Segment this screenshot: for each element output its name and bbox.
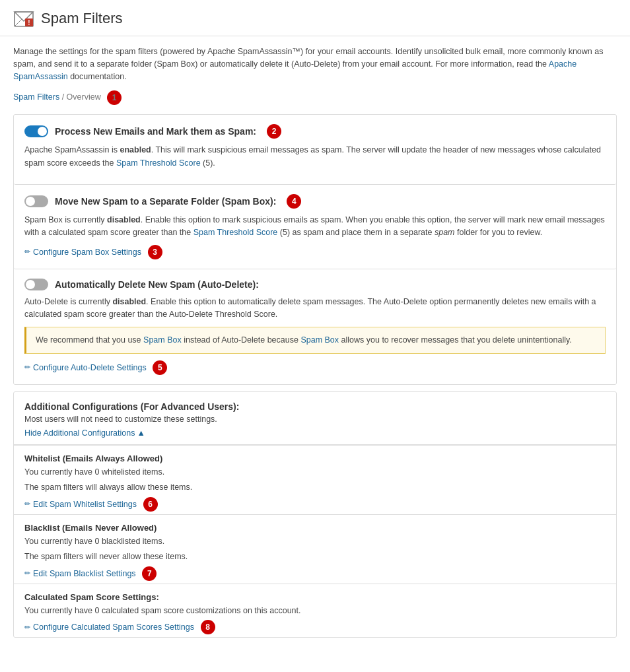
process-emails-section: Process New Emails and Mark them as Spam… — [14, 115, 616, 185]
blacklist-body2: The spam filters will never allow these … — [24, 551, 606, 563]
pencil-icon-calculated: ✏ — [24, 623, 30, 632]
auto-delete-header: Automatically Delete New Spam (Auto-Dele… — [24, 279, 606, 290]
page-title: Spam Filters — [41, 10, 122, 27]
annotation-7: 7 — [142, 566, 157, 581]
chevron-up-icon: ▲ — [137, 428, 145, 438]
whitelist-body1: You currently have 0 whitelisted items. — [24, 466, 606, 479]
pencil-icon-spambox: ✏ — [24, 248, 30, 256]
spam-box-toggle[interactable] — [24, 195, 48, 207]
additional-subtitle: Most users will not need to customize th… — [24, 415, 606, 424]
whitelist-body2: The spam filters will always allow these… — [24, 481, 606, 494]
auto-delete-title: Automatically Delete New Spam (Auto-Dele… — [55, 279, 259, 290]
whitelist-section: Whitelist (Emails Always Allowed) You cu… — [14, 445, 616, 514]
spam-filter-icon: ! — [13, 8, 34, 29]
breadcrumb-overview: Overview — [67, 93, 101, 102]
svg-text:!: ! — [28, 19, 30, 26]
spam-box-title: Move New Spam to a Separate Folder (Spam… — [55, 196, 276, 207]
calculated-spam-title: Calculated Spam Score Settings: — [24, 592, 606, 602]
calculated-spam-section: Calculated Spam Score Settings: You curr… — [14, 584, 616, 637]
additional-top: Additional Configurations (For Advanced … — [14, 392, 616, 445]
spam-box-warning-link-2[interactable]: Spam Box — [300, 335, 339, 345]
additional-configurations: Additional Configurations (For Advanced … — [13, 391, 617, 638]
svg-marker-2 — [15, 12, 22, 26]
annotation-5: 5 — [153, 360, 167, 375]
edit-blacklist-label: Edit Spam Blacklist Settings — [33, 569, 136, 578]
process-emails-title: Process New Emails and Mark them as Spam… — [55, 126, 256, 137]
breadcrumb-spam-filters[interactable]: Spam Filters — [13, 93, 59, 102]
main-sections: Process New Emails and Mark them as Spam… — [13, 114, 617, 385]
breadcrumb-separator: / — [62, 93, 67, 102]
pencil-icon-blacklist: ✏ — [24, 569, 30, 578]
intro-paragraph: Manage the settings for the spam filters… — [13, 46, 617, 83]
blacklist-section: Blacklist (Emails Never Allowed) You cur… — [14, 514, 616, 584]
calculated-spam-body1: You currently have 0 calculated spam sco… — [24, 605, 606, 617]
additional-title: Additional Configurations (For Advanced … — [24, 401, 606, 412]
spam-box-body: Spam Box is currently disabled. Enable t… — [24, 214, 606, 240]
breadcrumb: Spam Filters / Overview 1 — [13, 90, 617, 105]
pencil-icon-autodelete: ✏ — [24, 363, 30, 372]
spam-threshold-score-link-1[interactable]: Spam Threshold Score — [116, 158, 201, 168]
edit-whitelist-link[interactable]: ✏ Edit Spam Whitelist Settings — [24, 500, 137, 509]
configure-calculated-label: Configure Calculated Spam Scores Setting… — [33, 622, 194, 632]
edit-whitelist-label: Edit Spam Whitelist Settings — [33, 500, 137, 509]
configure-auto-delete-label: Configure Auto-Delete Settings — [33, 363, 147, 372]
configure-calculated-link[interactable]: ✏ Configure Calculated Spam Scores Setti… — [24, 622, 194, 632]
annotation-1: 1 — [107, 90, 122, 105]
spam-box-warning-link-1[interactable]: Spam Box — [143, 335, 182, 345]
hide-additional-link[interactable]: Hide Additional Configurations ▲ — [24, 428, 145, 438]
edit-blacklist-link[interactable]: ✏ Edit Spam Blacklist Settings — [24, 569, 136, 578]
configure-spam-box-link[interactable]: ✏ Configure Spam Box Settings — [24, 248, 141, 257]
process-emails-toggle[interactable] — [24, 125, 48, 137]
configure-spam-box-label: Configure Spam Box Settings — [33, 248, 141, 257]
pencil-icon-whitelist: ✏ — [24, 500, 30, 508]
process-emails-body: Apache SpamAssassin is enabled. This wil… — [24, 144, 606, 170]
auto-delete-section: Automatically Delete New Spam (Auto-Dele… — [14, 269, 616, 384]
spam-threshold-score-link-2[interactable]: Spam Threshold Score — [193, 228, 278, 237]
configure-auto-delete-link[interactable]: ✏ Configure Auto-Delete Settings — [24, 363, 147, 372]
process-emails-header: Process New Emails and Mark them as Spam… — [24, 124, 606, 139]
apache-spamassassin-link[interactable]: Apache SpamAssassin — [13, 59, 577, 81]
spam-box-header: Move New Spam to a Separate Folder (Spam… — [24, 194, 606, 209]
blacklist-title: Blacklist (Emails Never Allowed) — [24, 523, 606, 533]
annotation-2: 2 — [267, 124, 281, 139]
hide-additional-label: Hide Additional Configurations — [24, 428, 135, 438]
auto-delete-body: Auto-Delete is currently disabled. Enabl… — [24, 296, 606, 321]
annotation-6: 6 — [143, 497, 158, 512]
main-content: Manage the settings for the spam filters… — [0, 36, 630, 647]
auto-delete-warning: We recommend that you use Spam Box inste… — [24, 327, 606, 354]
auto-delete-toggle[interactable] — [24, 279, 48, 290]
annotation-3: 3 — [148, 245, 162, 259]
whitelist-title: Whitelist (Emails Always Allowed) — [24, 454, 606, 463]
spam-box-section: Move New Spam to a Separate Folder (Spam… — [14, 185, 616, 269]
blacklist-body1: You currently have 0 blacklisted items. — [24, 535, 606, 548]
annotation-4: 4 — [287, 194, 301, 209]
page-header: ! Spam Filters — [0, 0, 630, 36]
annotation-8: 8 — [201, 620, 215, 634]
